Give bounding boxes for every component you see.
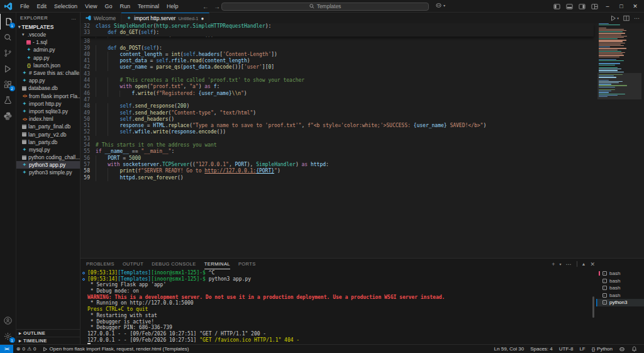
run-dropdown-icon[interactable]: ▾	[617, 16, 619, 20]
file-item[interactable]: ✦app.py	[16, 54, 80, 62]
customize-layout-icon[interactable]	[589, 1, 600, 11]
new-terminal-icon[interactable]: +	[552, 261, 555, 267]
indentation[interactable]: Spaces: 4	[527, 345, 556, 353]
code-line-43[interactable]: 43	[80, 71, 594, 77]
code-line-57[interactable]: 57with socketserver.TCPServer(("127.0.0.…	[80, 162, 594, 168]
file-item[interactable]: lan_party_final.db	[16, 123, 80, 130]
terminal-scrollbar[interactable]	[592, 296, 594, 318]
file-item[interactable]: ✦python3 simple.py	[16, 169, 80, 176]
eol-sequence[interactable]: LF	[576, 345, 588, 353]
code-line-42[interactable]: 42user_name = parse_qs(post_data.decode(…	[80, 64, 594, 70]
code-line-48[interactable]: 48self.send_response(200)	[80, 103, 594, 109]
code-line-51[interactable]: 51response = HTML.replace("Type a name t…	[80, 123, 594, 129]
explorer-root-folder[interactable]: ▾ TEMPLATES	[16, 23, 80, 31]
activity-run-debug[interactable]	[0, 61, 16, 77]
code-line-46[interactable]: 46f.write(f"Registered: {user_name}\\n")	[80, 91, 594, 97]
more-actions-icon[interactable]: ...	[72, 15, 76, 21]
code-line-52[interactable]: 52self.wfile.write(response.encode())	[80, 129, 594, 135]
activity-python[interactable]	[0, 108, 16, 124]
close-panel-icon[interactable]: ✕	[590, 261, 595, 267]
code-line-47[interactable]: 47	[80, 97, 594, 103]
language-mode[interactable]: {}Python	[589, 345, 616, 353]
menu-go[interactable]: Go	[101, 3, 116, 9]
command-center-search[interactable]: Templates	[221, 3, 429, 11]
more-actions-icon[interactable]: ⋯	[634, 15, 640, 21]
code-line-45[interactable]: 45with open("proof.txt", "a") as f:	[80, 84, 594, 90]
activity-search[interactable]	[0, 30, 16, 45]
folder-item[interactable]: ▾.vscode	[16, 31, 80, 38]
code-line-53[interactable]: 53	[80, 136, 594, 142]
toggle-secondary-sidebar-icon[interactable]	[576, 1, 587, 11]
panel-tab-output[interactable]: OUTPUT	[123, 259, 143, 269]
code-line-55[interactable]: 55if __name__ == "__main__":	[80, 148, 594, 155]
minimize-button[interactable]: –	[601, 1, 614, 12]
tab-import-http-server[interactable]: ✦ import http.server Untitled-1 ●	[121, 13, 209, 23]
copilot-status[interactable]	[616, 345, 628, 353]
encoding[interactable]: UTF-8	[556, 345, 577, 353]
code-line-41[interactable]: 41post_data = self.rfile.read(content_le…	[80, 58, 594, 64]
timeline-section[interactable]: ▸ TIMELINE	[16, 337, 80, 344]
code-editor[interactable]: 37self.wfile.write(HTML.encode())3839def…	[80, 23, 644, 258]
minimap[interactable]	[599, 23, 640, 258]
file-item[interactable]: <>from flask import Fla...	[16, 92, 80, 100]
menu-terminal[interactable]: Terminal	[134, 3, 163, 9]
menu-file[interactable]: File	[16, 3, 33, 9]
file-item[interactable]: ✦import http.py	[16, 100, 80, 108]
task-status[interactable]: Open from flask import Flask, request, r…	[40, 345, 192, 353]
file-item[interactable]: ✦admin.py	[16, 46, 80, 53]
terminal-session-bash[interactable]: ›bash	[596, 270, 644, 277]
cursor-position[interactable]: Ln 59, Col 30	[491, 345, 528, 353]
notifications-bell[interactable]	[628, 345, 640, 353]
code-line-32[interactable]: 32class SimpleHandler(http.server.Simple…	[80, 23, 594, 30]
minimap-slider[interactable]	[597, 73, 641, 99]
tab-welcome[interactable]: Welcome	[80, 13, 121, 23]
terminal-session-bash[interactable]: ›bash	[596, 277, 644, 285]
file-item[interactable]: ✦mysql.py	[16, 146, 80, 154]
panel-tab-problems[interactable]: PROBLEMS	[86, 259, 114, 269]
code-line-40[interactable]: 40content_length = int(self.headers['Con…	[80, 52, 594, 58]
code-line-49[interactable]: 49self.send_header("Content-type", "text…	[80, 110, 594, 116]
run-python-file-button[interactable]: ▾	[610, 15, 619, 21]
file-item[interactable]: {}launch.json	[16, 62, 80, 69]
code-line-39[interactable]: 39def do_POST(self):	[80, 45, 594, 52]
code-line-50[interactable]: 50self.end_headers()	[80, 116, 594, 123]
file-item[interactable]: <>index.html	[16, 115, 80, 123]
activity-accounts[interactable]	[0, 313, 16, 328]
copilot-menu[interactable]: ▾	[435, 2, 445, 9]
more-actions-icon[interactable]: ⋯	[566, 261, 572, 267]
menu-selection[interactable]: Selection	[50, 3, 81, 9]
file-item[interactable]: ✦# Save this as: challe...	[16, 69, 80, 77]
activity-extensions[interactable]: 2	[0, 77, 16, 92]
code-line-44[interactable]: 44# This creates a file called 'proof.tx…	[80, 77, 594, 84]
panel-tab-debug-console[interactable]: DEBUG CONSOLE	[152, 259, 196, 269]
code-line-54[interactable]: 54# This starts it on the address you wa…	[80, 142, 594, 148]
problems-status[interactable]: ⊗0 ⚠0	[13, 345, 40, 353]
terminal-session-bash[interactable]: ›bash	[596, 284, 644, 292]
maximize-panel-icon[interactable]: ▲	[582, 262, 586, 266]
terminal-session-python3[interactable]: ›python3	[596, 299, 644, 306]
terminal-output[interactable]: [09:53:13][Templates][inoor@smx1-125]-$ …	[82, 270, 591, 344]
maximize-button[interactable]: □	[615, 1, 628, 12]
file-item[interactable]: ✦app.py	[16, 77, 80, 84]
panel-tab-ports[interactable]: PORTS	[238, 259, 256, 269]
activity-testing[interactable]	[0, 92, 16, 108]
nav-forward-icon[interactable]: →	[214, 3, 220, 10]
file-item[interactable]: database.db	[16, 84, 80, 92]
toggle-sidebar-icon[interactable]	[551, 1, 562, 11]
code-line-59[interactable]: 59httpd.serve_forever()	[80, 175, 594, 181]
outline-section[interactable]: ▸ OUTLINE	[16, 329, 80, 337]
menu-edit[interactable]: Edit	[33, 3, 51, 9]
file-item[interactable]: ✦import sqlite3.py	[16, 108, 80, 115]
code-line-33[interactable]: 33 def do_GET(self):	[80, 30, 594, 36]
menu-view[interactable]: View	[81, 3, 101, 9]
terminal-session-bash[interactable]: ›bash	[596, 292, 644, 300]
toggle-panel-icon[interactable]	[564, 1, 575, 11]
code-line-38[interactable]: 38	[80, 38, 594, 45]
file-item[interactable]: lan_party_v2.db	[16, 130, 80, 138]
code-line-58[interactable]: 58print(f"SERVER READY! Go to http://127…	[80, 168, 594, 174]
menu-run[interactable]: Run	[116, 3, 134, 9]
panel-tab-terminal[interactable]: TERMINAL	[204, 259, 230, 269]
split-editor-icon[interactable]	[623, 15, 630, 21]
nav-back-icon[interactable]: ←	[203, 3, 209, 10]
file-item[interactable]: - 1.sql	[16, 38, 80, 46]
